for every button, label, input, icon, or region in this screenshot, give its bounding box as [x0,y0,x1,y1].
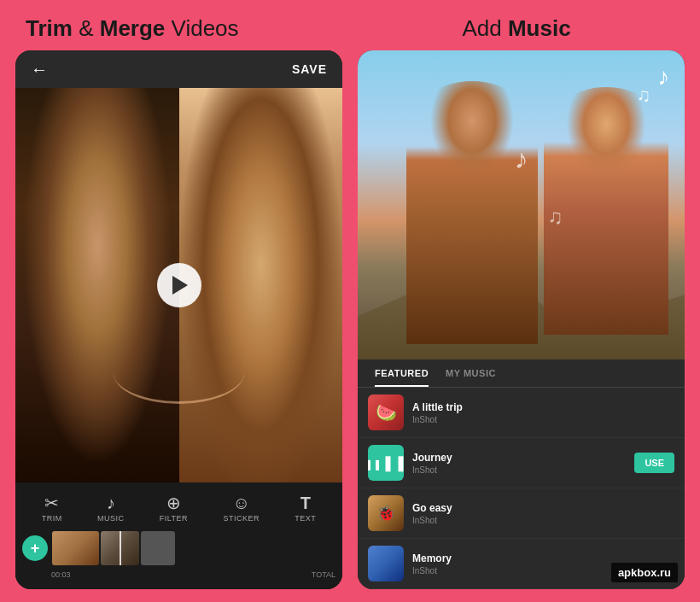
music-thumb-1 [368,395,404,430]
save-button[interactable]: SAVE [292,62,327,76]
filter-icon [166,494,181,511]
filter-tool-label: FILTER [160,514,188,523]
person-2 [544,87,668,335]
music-artist-1: InShot [412,415,674,424]
music-notes-overlay-icon: ♪ [515,143,528,175]
music-notes-overlay2-icon: ♫ [547,205,563,229]
trim-tool[interactable]: TRIM [42,494,62,523]
video-frame-left [15,88,179,482]
trim-label: Trim [26,15,73,41]
music-thumb-2: ❚❚ [368,445,404,481]
clip-2[interactable] [101,531,139,565]
video-frame-right [179,88,343,482]
right-header: Add Music [341,15,674,42]
tools-area: TRIM MUSIC FILTER STICKER [15,482,342,589]
music-title-3: Go easy [412,502,674,514]
play-button[interactable] [157,263,201,307]
music-thumb-3 [368,495,404,531]
timeline-info: 00:03 TOTAL [15,570,342,582]
timeline: + [15,526,342,570]
panels-container: ← SAVE [0,50,700,602]
timeline-time: 00:03 [51,570,71,579]
music-list: A little trip InShot ❚❚ Journey InShot [358,388,685,589]
trim-tool-label: TRIM [42,514,62,523]
music-tool-label: MUSIC [97,514,125,523]
timeline-total: TOTAL [312,570,335,579]
music-note-float2-icon: ♫ [637,85,651,107]
music-artist-2: InShot [412,465,626,475]
videos-label: Videos [165,15,238,41]
music-title-1: A little trip [412,401,674,413]
music-info-3: Go easy InShot [412,502,674,525]
app-container: Trim & Merge Videos Add Music ← SAVE [0,0,700,602]
music-note-icon [107,494,115,511]
music-title-2: Journey [412,452,626,464]
pause-icon: ❚❚ [368,453,404,472]
music-thumb-4 [368,546,404,582]
clip-1[interactable] [52,531,99,565]
right-phone: ♪ ♫ ♪ ♫ FEATURED MY MUSIC [358,50,685,589]
connector: & [73,15,100,41]
add-clip-button[interactable]: + [22,535,48,561]
music-item-1[interactable]: A little trip InShot [358,388,685,438]
watermark: apkbox.ru [611,563,678,582]
person-1 [406,81,537,344]
music-artist-3: InShot [412,516,674,525]
face-right [179,88,343,482]
left-header: Trim & Merge Videos [26,15,341,42]
add-label: Add [462,15,508,41]
text-tool[interactable]: TEXT [295,494,316,523]
music-note-float-icon: ♪ [657,63,669,91]
sticker-tool[interactable]: STICKER [223,494,260,523]
music-label: Music [508,15,571,41]
timeline-clips [52,531,335,565]
tab-featured[interactable]: FEATURED [375,368,429,387]
tool-icons-row: TRIM MUSIC FILTER STICKER [15,491,342,526]
music-item-3[interactable]: Go easy InShot [358,488,685,539]
play-triangle-icon [172,276,188,295]
text-tool-label: TEXT [295,514,316,523]
sticker-icon [232,494,249,511]
text-icon [300,494,311,511]
use-button[interactable]: USE [634,453,674,473]
music-item-2[interactable]: ❚❚ Journey InShot USE [358,438,685,488]
sticker-tool-label: STICKER [223,514,260,523]
tab-my-music[interactable]: MY MUSIC [446,368,496,387]
left-topbar: ← SAVE [15,50,342,88]
merge-label: Merge [100,15,166,41]
clip-3[interactable] [141,531,175,565]
left-phone: ← SAVE [15,50,342,589]
video-area [15,88,342,482]
scissors-icon [44,494,59,511]
back-button[interactable]: ← [31,60,48,79]
music-info-2: Journey InShot [412,452,626,475]
headers-row: Trim & Merge Videos Add Music [0,0,700,50]
filter-tool[interactable]: FILTER [160,494,188,523]
music-panel: FEATURED MY MUSIC A little trip InShot [358,359,685,589]
music-tool[interactable]: MUSIC [97,494,125,523]
music-tabs: FEATURED MY MUSIC [358,359,685,388]
face-left [15,88,179,482]
music-info-1: A little trip InShot [412,401,674,424]
